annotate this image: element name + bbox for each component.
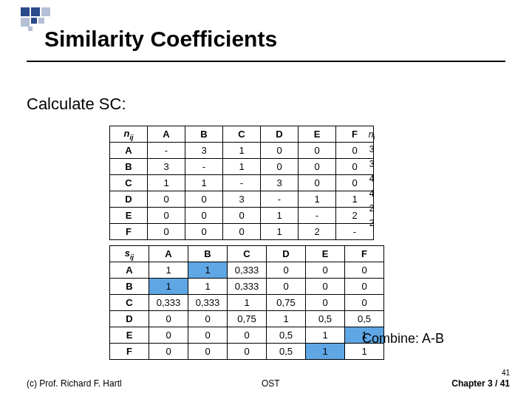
cell: 0 — [306, 295, 345, 311]
col-header: B — [185, 126, 223, 143]
cell: 0,5 — [267, 344, 306, 360]
footer-small-page: 41 — [502, 369, 510, 377]
cell: 0 — [148, 208, 185, 224]
ni-value: 4 — [364, 171, 380, 186]
row-header: F — [110, 224, 148, 240]
col-header: E — [299, 126, 336, 143]
cell: 0 — [228, 327, 267, 344]
cell: 0 — [299, 143, 336, 159]
cell: 2 — [299, 224, 336, 240]
row-header: B — [110, 279, 149, 295]
cell: 1 — [223, 159, 261, 175]
combine-label: Combine: A-B — [362, 331, 444, 347]
cell: 0,333 — [228, 279, 267, 295]
row-header: A — [110, 262, 149, 279]
cell: 0 — [185, 191, 223, 208]
cell: 1 — [261, 208, 299, 224]
ni-value: 4 — [364, 186, 380, 201]
cell: 0,5 — [267, 327, 306, 344]
cell: 0 — [223, 224, 261, 240]
cell: 0 — [223, 208, 261, 224]
cell: 0,75 — [267, 295, 306, 311]
footer-copyright: (c) Prof. Richard F. Hartl — [27, 378, 122, 389]
cell: 1 — [148, 175, 185, 191]
cell: 3 — [261, 175, 299, 191]
cell: 1 — [223, 143, 261, 159]
col-header: D — [267, 246, 306, 262]
cell: 0,333 — [228, 262, 267, 279]
cell: 0 — [149, 311, 188, 327]
cell: 1 — [267, 311, 306, 327]
title-rule — [27, 61, 505, 62]
cell: 1 — [306, 327, 345, 344]
cell: 0 — [306, 262, 345, 279]
row-header: E — [110, 327, 149, 344]
col-header: F — [345, 246, 384, 262]
cell: 0 — [228, 344, 267, 360]
cell: 0 — [188, 344, 228, 360]
cell: 0 — [188, 327, 228, 344]
cell: 0 — [188, 311, 228, 327]
cell: 0,333 — [149, 295, 188, 311]
cell: 0 — [149, 344, 188, 360]
cell: 0,333 — [188, 295, 228, 311]
cell: 0 — [149, 327, 188, 344]
cell: - — [148, 143, 185, 159]
cell: 0,5 — [306, 311, 345, 327]
cell: 0 — [299, 159, 336, 175]
cell: 1 — [185, 175, 223, 191]
table-corner: nij — [110, 126, 148, 143]
row-header: F — [110, 344, 149, 360]
row-header: C — [110, 175, 148, 191]
cell: 0 — [148, 191, 185, 208]
cell: 0 — [299, 175, 336, 191]
cell: 1 — [149, 262, 188, 279]
row-header: D — [110, 191, 148, 208]
ni-value: 2 — [364, 201, 380, 216]
cell: 0 — [345, 295, 384, 311]
ni-value: 2 — [364, 216, 380, 231]
subtitle: Calculate SC: — [27, 95, 126, 114]
cell: 0 — [261, 159, 299, 175]
col-header: A — [148, 126, 185, 143]
cell: 3 — [223, 191, 261, 208]
footer-center: OST — [262, 378, 280, 389]
cell: - — [185, 159, 223, 175]
n-table: nijABCDEFA-31000B3-1000C11-300D003-11E00… — [109, 126, 374, 240]
col-header: E — [306, 246, 345, 262]
col-header: A — [149, 246, 188, 262]
cell: 0 — [185, 224, 223, 240]
cell: 0 — [267, 262, 306, 279]
cell: 1 — [299, 191, 336, 208]
col-header: C — [223, 126, 261, 143]
cell: 0 — [345, 262, 384, 279]
cell: - — [261, 191, 299, 208]
ni-value: 3 — [364, 157, 380, 171]
cell: 1 — [228, 295, 267, 311]
page-title: Similarity Coefficients — [44, 27, 277, 52]
table-corner: sij — [110, 246, 149, 262]
cell: 1 — [188, 279, 228, 295]
ni-column: ni334422 — [364, 127, 380, 231]
cell: 1 — [261, 224, 299, 240]
col-header: C — [228, 246, 267, 262]
cell: 0 — [306, 279, 345, 295]
ni-value: 3 — [364, 142, 380, 157]
row-header: C — [110, 295, 149, 311]
cell: - — [223, 175, 261, 191]
cell: 0 — [261, 143, 299, 159]
col-header: D — [261, 126, 299, 143]
row-header: B — [110, 159, 148, 175]
cell: 3 — [148, 159, 185, 175]
cell: 3 — [185, 143, 223, 159]
cell: 0,75 — [228, 311, 267, 327]
s-table: sijABCDEFA110,333000B110,333000C0,3330,3… — [109, 245, 384, 360]
cell: 0 — [267, 279, 306, 295]
cell: 1 — [149, 279, 188, 295]
cell: 0 — [185, 208, 223, 224]
cell: 0 — [148, 224, 185, 240]
row-header: D — [110, 311, 149, 327]
col-header: B — [188, 246, 228, 262]
cell: 0,5 — [345, 311, 384, 327]
row-header: A — [110, 143, 148, 159]
